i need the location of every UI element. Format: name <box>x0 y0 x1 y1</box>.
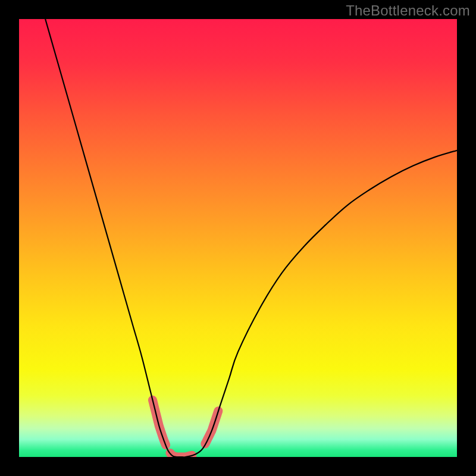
chart-frame: TheBottleneck.com <box>0 0 476 476</box>
gradient-background <box>19 19 457 457</box>
plot-area <box>19 19 457 457</box>
bottleneck-chart <box>19 19 457 457</box>
watermark-text: TheBottleneck.com <box>346 2 470 19</box>
